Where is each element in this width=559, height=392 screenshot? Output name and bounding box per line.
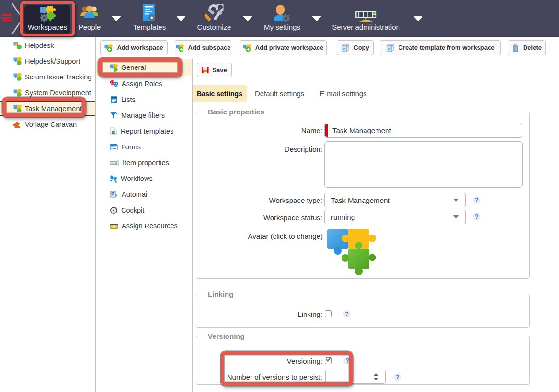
server-administration-dropdown-caret-icon[interactable] <box>414 16 423 21</box>
workspace-item-scrum-issue-tracking[interactable]: Scrum Issue Tracking <box>0 69 95 85</box>
customize-dropdown-caret-icon[interactable] <box>243 16 252 21</box>
workspace-type-value: Task Management <box>331 196 390 204</box>
avatar-label: Avatar (click to change) <box>248 232 323 240</box>
hamburger-bar <box>2 17 12 19</box>
nav-item-forms[interactable]: Forms <box>96 139 192 155</box>
linking-checkbox[interactable] <box>325 310 332 317</box>
toolbar-divider <box>193 81 559 81</box>
workspace-item-label: Helpdesk/Support <box>25 57 80 65</box>
number-of-versions-help-icon[interactable]: ? <box>394 373 401 381</box>
nav-item-label: Automail <box>122 190 148 198</box>
puzzle-mini-icon <box>13 73 22 81</box>
versioning-legend: Versioning <box>205 332 248 340</box>
nav-item-report-templates[interactable]: Report templates <box>96 123 192 139</box>
nav-item-label: Manage filters <box>121 112 165 119</box>
menu-item-server-administration[interactable]: Server administration <box>332 0 400 37</box>
workspace-status-select[interactable]: running <box>324 210 466 224</box>
select-caret-icon <box>453 215 459 219</box>
copy-documents-icon <box>341 44 350 52</box>
menu-item-people[interactable]: People <box>79 0 101 37</box>
report-pie-document-icon <box>110 127 117 135</box>
workspace-type-select[interactable]: Task Management <box>324 193 466 207</box>
linking-fieldset: Linking <box>196 294 530 328</box>
nav-item-label: Assign Resources <box>122 222 178 230</box>
workspace-type-help-icon[interactable]: ? <box>473 196 480 204</box>
nav-item-label: Cockpit <box>121 206 144 214</box>
workspace-item-helpdesk[interactable]: Helpdesk <box>0 37 95 53</box>
workspace-status-help-icon[interactable]: ? <box>473 213 480 221</box>
workspace-item-task-management[interactable]: Task Management <box>0 101 95 116</box>
nav-item-assign-resources[interactable]: Assign Resources <box>96 218 192 234</box>
description-textarea[interactable] <box>324 141 523 188</box>
add-workspace-puzzle-plus-icon <box>104 44 113 52</box>
workspace-item-helpdesk-support[interactable]: Helpdesk/Support <box>0 53 95 69</box>
workspace-item-system-development[interactable]: System Development <box>0 85 95 101</box>
save-button[interactable]: Save <box>197 63 232 77</box>
nav-item-label: Workflows <box>121 175 153 182</box>
menu-item-label: Server administration <box>332 23 400 31</box>
workspace-item-label: System Development <box>25 89 91 97</box>
menu-item-templates[interactable]: Templates <box>133 0 166 37</box>
create-template-from-workspace-button[interactable]: Create template from workspace <box>380 40 501 55</box>
people-group-icon <box>80 4 99 22</box>
save-floppy-icon <box>202 67 209 74</box>
question-mark: ? <box>475 213 478 220</box>
nav-item-lists[interactable]: Lists <box>96 92 192 108</box>
question-mark: ? <box>475 197 478 203</box>
copy-button[interactable]: Copy <box>337 40 374 55</box>
templates-dropdown-caret-icon[interactable] <box>177 16 186 21</box>
hamburger-bar <box>2 20 12 21</box>
menu-item-label: My settings <box>264 23 300 31</box>
nav-item-manage-filters[interactable]: Manage filters <box>96 108 192 123</box>
workspace-item-label: Scrum Issue Tracking <box>25 73 91 81</box>
resource-box-icon <box>110 222 118 230</box>
funnel-icon <box>110 112 118 120</box>
menu-item-my-settings[interactable]: My settings <box>264 0 300 37</box>
versioning-checkbox[interactable] <box>325 357 332 364</box>
tab-basic-settings[interactable]: Basic settings <box>193 85 247 102</box>
nav-item-label: General <box>121 64 146 71</box>
name-input[interactable]: Task Management <box>324 123 522 138</box>
workspace-item-label: Task Management <box>25 105 81 112</box>
delete-button[interactable]: Delete <box>508 40 546 55</box>
add-workspace-button[interactable]: Add workspace <box>100 40 168 55</box>
nav-item-cockpit[interactable]: Cockpit <box>96 202 192 218</box>
hamburger-menu-icon[interactable] <box>2 14 12 22</box>
tab-email-settings[interactable]: E-mail settings <box>312 85 374 102</box>
spinner-buttons[interactable] <box>366 370 385 383</box>
workspace-item-vorlage-caravan[interactable]: Vorlage Caravan <box>0 116 95 132</box>
toolbar-button-label: Add subspace <box>188 44 231 51</box>
nav-item-automail[interactable]: Automail <box>96 187 192 202</box>
menu-item-customize[interactable]: Customize <box>197 0 231 37</box>
puzzle-mini-icon <box>13 57 22 65</box>
workspace-avatar-puzzle-image[interactable] <box>327 229 376 275</box>
tab-default-settings[interactable]: Default settings <box>247 85 312 102</box>
versioning-help-icon[interactable]: ? <box>343 357 351 365</box>
workspace-section-nav: General Assign Roles Li <box>96 59 193 392</box>
nav-item-item-properties[interactable]: ABC Item properties <box>96 155 192 171</box>
puzzle-mini-icon <box>13 89 22 97</box>
nav-item-workflows[interactable]: Workflows <box>96 171 192 187</box>
description-label: Description: <box>285 145 322 153</box>
workspace-list-sidebar: Helpdesk Helpdesk/Support <box>0 37 96 392</box>
workspaces-puzzle-gear-icon <box>39 6 56 22</box>
linking-label: Linking: <box>297 310 322 318</box>
number-of-versions-input[interactable] <box>325 370 386 384</box>
name-input-value: Task Management <box>332 126 391 134</box>
people-dropdown-caret-icon[interactable] <box>112 16 121 21</box>
workspace-status-value: running <box>331 213 355 221</box>
toolbar-button-label: Delete <box>523 44 542 51</box>
menu-item-workspaces[interactable]: Workspaces <box>24 5 70 34</box>
menu-item-label: Workspaces <box>28 23 67 31</box>
nav-item-general[interactable]: General <box>96 59 192 76</box>
add-private-workspace-button[interactable]: Add private workspace <box>240 40 327 55</box>
add-subspace-button[interactable]: Add subspace <box>175 40 231 55</box>
toolbar-button-label: Copy <box>354 44 369 51</box>
nav-item-label: Assign Roles <box>122 80 162 88</box>
save-button-label: Save <box>212 67 227 74</box>
my-settings-dropdown-caret-icon[interactable] <box>312 16 321 21</box>
versioning-label: Versioning: <box>287 357 322 365</box>
nav-item-assign-roles[interactable]: Assign Roles <box>96 76 192 92</box>
linking-help-icon[interactable]: ? <box>343 310 351 318</box>
theater-masks-icon <box>110 80 118 88</box>
